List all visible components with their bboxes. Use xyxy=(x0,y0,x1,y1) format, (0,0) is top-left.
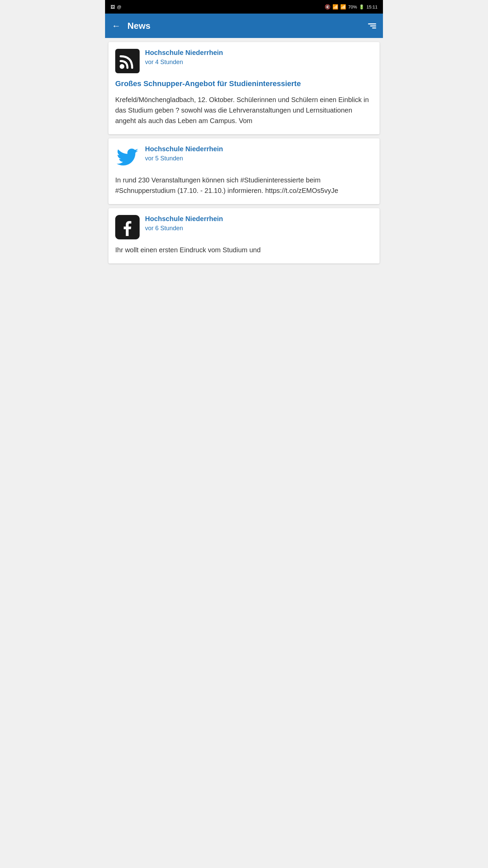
source-meta-2: Hochschule Niederrhein vor 5 Stunden xyxy=(145,145,223,162)
news-body-1: Krefeld/Mönchengladbach, 12. Oktober. Sc… xyxy=(115,95,373,126)
filter-icon-line1 xyxy=(368,23,376,24)
status-bar: 🖼 @ 🔇 📶 📶 70% 🔋 15:11 xyxy=(105,0,383,14)
filter-icon-line3 xyxy=(372,27,376,28)
filter-icon-line2 xyxy=(370,25,376,26)
source-icon-facebook xyxy=(115,215,140,239)
facebook-svg-icon xyxy=(119,218,136,236)
at-icon: @ xyxy=(117,4,121,9)
image-icon: 🖼 xyxy=(110,4,115,9)
news-body-3: Ihr wollt einen ersten Eindruck vom Stud… xyxy=(115,245,373,255)
source-time-3: vor 6 Stunden xyxy=(145,225,223,232)
source-meta-1: Hochschule Niederrhein vor 4 Stunden xyxy=(145,49,223,66)
source-meta-3: Hochschule Niederrhein vor 6 Stunden xyxy=(145,215,223,232)
status-bar-left: 🖼 @ xyxy=(110,4,121,9)
mute-icon: 🔇 xyxy=(325,4,330,9)
news-title-1: Großes Schnupper-Angebot für Studieninte… xyxy=(115,79,373,89)
page-title: News xyxy=(127,21,368,31)
status-bar-right: 🔇 📶 📶 70% 🔋 15:11 xyxy=(325,4,378,9)
source-name-1: Hochschule Niederrhein xyxy=(145,49,223,57)
signal-icon: 📶 xyxy=(340,4,346,9)
card-header-2: Hochschule Niederrhein vor 5 Stunden xyxy=(115,145,373,170)
news-body-2: In rund 230 Veranstaltungen können sich … xyxy=(115,175,373,196)
battery-icon: 🔋 xyxy=(359,4,364,9)
news-card-1[interactable]: Hochschule Niederrhein vor 4 Stunden Gro… xyxy=(108,42,380,134)
news-list: Hochschule Niederrhein vor 4 Stunden Gro… xyxy=(105,38,383,268)
filter-button[interactable] xyxy=(368,23,376,28)
source-icon-rss xyxy=(115,49,140,73)
back-button[interactable]: ← xyxy=(112,21,121,31)
source-name-2: Hochschule Niederrhein xyxy=(145,145,223,153)
source-time-1: vor 4 Stunden xyxy=(145,59,223,66)
source-name-3: Hochschule Niederrhein xyxy=(145,215,223,223)
card-header-1: Hochschule Niederrhein vor 4 Stunden xyxy=(115,49,373,73)
source-icon-twitter xyxy=(115,145,140,170)
app-header: ← News xyxy=(105,14,383,38)
wifi-icon: 📶 xyxy=(332,4,338,9)
source-time-2: vor 5 Stunden xyxy=(145,155,223,162)
battery-text: 70% xyxy=(348,4,357,9)
svg-point-0 xyxy=(120,64,124,69)
rss-svg-icon xyxy=(118,52,137,71)
news-card-2[interactable]: Hochschule Niederrhein vor 5 Stunden In … xyxy=(108,138,380,204)
clock: 15:11 xyxy=(366,4,378,9)
news-card-3[interactable]: Hochschule Niederrhein vor 6 Stunden Ihr… xyxy=(108,208,380,263)
card-header-3: Hochschule Niederrhein vor 6 Stunden xyxy=(115,215,373,239)
twitter-svg-icon xyxy=(117,146,138,168)
